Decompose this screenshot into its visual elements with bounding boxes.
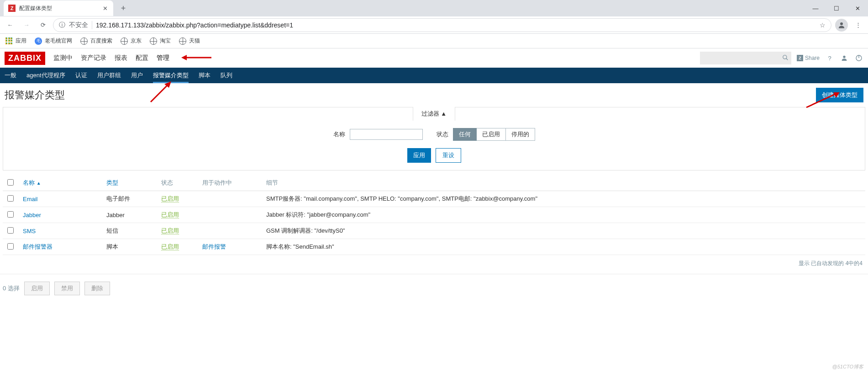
window-controls: — ☐ ✕ <box>805 1 868 16</box>
mediatype-name-link[interactable]: Jabber <box>23 212 41 218</box>
submenu-queue[interactable]: 队列 <box>221 68 232 83</box>
bookmark-item[interactable]: 京东 <box>121 37 142 45</box>
row-checkbox[interactable] <box>7 227 14 234</box>
profile-icon[interactable] <box>835 19 848 32</box>
used-in-action-link[interactable]: 邮件报警 <box>202 243 226 250</box>
status-toggle[interactable]: 已启用 <box>161 227 179 234</box>
mediatype-details: 脚本名称: "SendEmail.sh" <box>262 239 865 255</box>
col-type[interactable]: 类型 <box>102 175 157 191</box>
browser-tab[interactable]: Z 配置媒体类型 ✕ <box>4 0 113 16</box>
window-minimize-icon[interactable]: — <box>805 1 826 16</box>
mediatype-name-link[interactable]: SMS <box>23 228 36 234</box>
row-checkbox[interactable] <box>7 195 14 202</box>
menu-monitoring[interactable]: 监测中 <box>53 52 73 64</box>
bookmark-item[interactable]: 淘宝 <box>150 37 171 45</box>
menu-configuration[interactable]: 配置 <box>136 52 148 64</box>
row-checkbox[interactable] <box>7 243 14 250</box>
filter-name-label: 名称 <box>333 130 345 139</box>
bookmark-star-icon[interactable]: ☆ <box>820 21 826 29</box>
filter-panel: 过滤器 ▲ 名称 状态 任何 已启用 停用的 应用 重设 <box>3 107 865 171</box>
search-icon[interactable] <box>782 54 789 62</box>
bookmarks-bar: 应用 毛老毛桃官网 百度搜索 京东 淘宝 天猫 <box>0 34 868 48</box>
submenu-scripts[interactable]: 脚本 <box>199 68 210 83</box>
select-all-checkbox[interactable] <box>7 179 14 186</box>
user-icon[interactable] <box>840 54 849 62</box>
submenu-authentication[interactable]: 认证 <box>75 68 87 83</box>
apps-button[interactable]: 应用 <box>5 37 26 45</box>
filter-status-group: 任何 已启用 停用的 <box>453 128 535 141</box>
status-toggle[interactable]: 已启用 <box>161 211 179 218</box>
svg-line-8 <box>151 84 169 102</box>
svg-line-2 <box>786 59 788 60</box>
search-wrap <box>700 52 791 64</box>
page-header: 报警媒介类型 创建媒体类型 <box>0 83 868 107</box>
bookmark-item[interactable]: 百度搜索 <box>80 37 112 45</box>
filter-status-enabled[interactable]: 已启用 <box>477 128 506 141</box>
table-row: Email 电子邮件 已启用 SMTP服务器: "mail.company.co… <box>3 191 865 207</box>
browser-titlebar: Z 配置媒体类型 ✕ + — ☐ ✕ <box>0 0 868 16</box>
create-mediatype-button[interactable]: 创建媒体类型 <box>816 88 863 102</box>
bookmark-item[interactable]: 天猫 <box>179 37 200 45</box>
table-row: 邮件报警器 脚本 已启用 邮件报警 脚本名称: "SendEmail.sh" <box>3 239 865 255</box>
table-row: Jabber Jabber 已启用 Jabber 标识符: "jabber@co… <box>3 207 865 223</box>
zabbix-logo[interactable]: ZABBIX <box>5 52 45 65</box>
bulk-delete-button[interactable]: 删除 <box>84 282 110 295</box>
filter-status-disabled[interactable]: 停用的 <box>506 128 535 141</box>
col-details: 细节 <box>262 175 865 191</box>
menu-reports[interactable]: 报表 <box>115 52 127 64</box>
nav-forward-icon[interactable]: → <box>20 19 33 32</box>
status-toggle[interactable]: 已启用 <box>161 243 179 250</box>
tab-close-icon[interactable]: ✕ <box>101 5 109 12</box>
status-toggle[interactable]: 已启用 <box>161 195 179 202</box>
submenu-users[interactable]: 用户 <box>131 68 143 83</box>
svg-point-0 <box>840 22 843 25</box>
filter-reset-button[interactable]: 重设 <box>436 148 461 163</box>
mediatype-table: 名称 ▲ 类型 状态 用于动作中 细节 Email 电子邮件 已启用 SMTP服… <box>3 175 865 255</box>
col-name[interactable]: 名称 ▲ <box>18 175 102 191</box>
browser-toolbar: ← → ⟳ ⓘ 不安全 192.168.171.133/zabbix/zabbi… <box>0 16 868 34</box>
apps-icon <box>5 37 13 45</box>
share-link[interactable]: ZShare <box>797 55 820 61</box>
bookmark-favicon: 毛 <box>35 37 42 45</box>
filter-apply-button[interactable]: 应用 <box>407 148 431 163</box>
selected-count: 0 选择 <box>3 284 20 293</box>
browser-menu-icon[interactable]: ⋮ <box>852 19 864 32</box>
submenu-proxies[interactable]: agent代理程序 <box>26 68 65 83</box>
submenu-mediatypes[interactable]: 报警媒介类型 <box>153 68 189 83</box>
search-input[interactable] <box>700 52 791 64</box>
filter-status-any[interactable]: 任何 <box>453 128 477 141</box>
col-usedin: 用于动作中 <box>198 175 262 191</box>
submenu-general[interactable]: 一般 <box>5 68 16 83</box>
bookmark-item[interactable]: 毛老毛桃官网 <box>35 37 72 45</box>
menu-administration[interactable]: 管理 <box>157 52 169 64</box>
page-title: 报警媒介类型 <box>5 88 65 102</box>
mediatype-details: Jabber 标识符: "jabber@company.com" <box>262 207 865 223</box>
table-row: SMS 短信 已启用 GSM 调制解调器: "/dev/ttyS0" <box>3 223 865 239</box>
main-menu: 监测中 资产记录 报表 配置 管理 <box>53 52 169 64</box>
svg-point-3 <box>843 56 845 58</box>
window-maximize-icon[interactable]: ☐ <box>826 1 847 16</box>
logout-icon[interactable] <box>854 54 863 62</box>
row-checkbox[interactable] <box>7 211 14 218</box>
mediatype-type: 电子邮件 <box>102 191 157 207</box>
bulk-enable-button[interactable]: 启用 <box>24 282 50 295</box>
address-url: 192.168.171.133/zabbix/zabbix.php?action… <box>96 21 293 29</box>
sub-menu: 一般 agent代理程序 认证 用户群组 用户 报警媒介类型 脚本 队列 <box>0 68 868 83</box>
mediatype-name-link[interactable]: 邮件报警器 <box>23 243 53 250</box>
new-tab-button[interactable]: + <box>117 2 130 15</box>
submenu-usergroups[interactable]: 用户群组 <box>97 68 121 83</box>
bulk-disable-button[interactable]: 禁用 <box>54 282 80 295</box>
menu-inventory[interactable]: 资产记录 <box>81 52 106 64</box>
address-bar[interactable]: ⓘ 不安全 192.168.171.133/zabbix/zabbix.php?… <box>53 18 831 32</box>
bulk-actions: 0 选择 启用 禁用 删除 <box>0 274 868 303</box>
help-icon[interactable]: ? <box>825 55 834 62</box>
share-icon: Z <box>797 55 803 61</box>
window-close-icon[interactable]: ✕ <box>847 1 868 16</box>
nav-back-icon[interactable]: ← <box>4 19 16 32</box>
filter-name-input[interactable] <box>350 129 423 140</box>
mediatype-name-link[interactable]: Email <box>23 196 38 202</box>
svg-point-1 <box>783 55 787 59</box>
mediatype-details: SMTP服务器: "mail.company.com", SMTP HELO: … <box>262 191 865 207</box>
nav-reload-icon[interactable]: ⟳ <box>37 19 49 32</box>
filter-toggle[interactable]: 过滤器 ▲ <box>3 107 865 121</box>
